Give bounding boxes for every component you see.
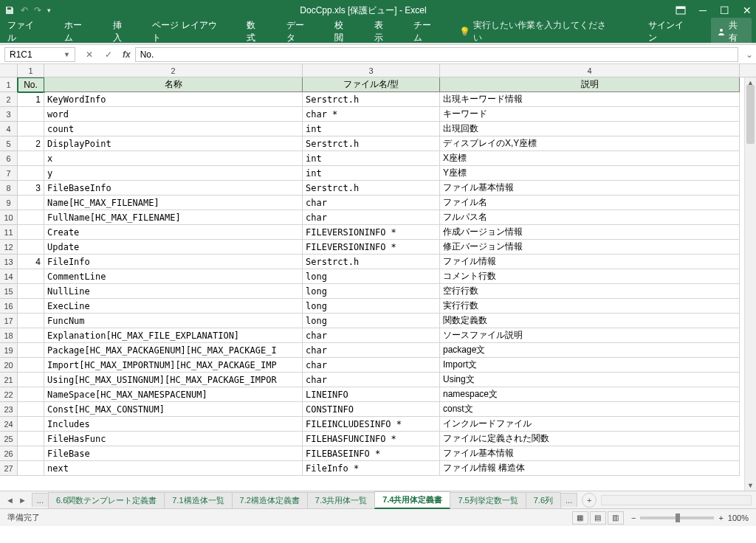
maximize-icon[interactable]: ☐	[720, 4, 729, 16]
chevron-down-icon[interactable]: ▼	[63, 51, 70, 58]
cell-no[interactable]	[18, 225, 44, 240]
row-header[interactable]: 2	[0, 92, 18, 107]
tab-view[interactable]: 表示	[371, 16, 395, 47]
tab-team[interactable]: チーム	[410, 16, 442, 47]
row-header[interactable]: 5	[0, 136, 18, 151]
row-header[interactable]: 8	[0, 181, 18, 196]
cell-desc[interactable]: ファイル情報 構造体	[440, 461, 740, 476]
cell-file[interactable]: FILEVERSIONINFO *	[303, 225, 440, 240]
cell-name[interactable]: NullLine	[44, 284, 303, 299]
row-header[interactable]: 11	[0, 225, 18, 240]
cell-name[interactable]: Update	[44, 240, 303, 255]
cell-desc[interactable]: ファイル基本情報	[440, 181, 740, 196]
cell-no[interactable]	[18, 196, 44, 210]
cell-no[interactable]	[18, 166, 44, 181]
cell-desc[interactable]: Y座標	[440, 166, 740, 181]
cell-header-file[interactable]: ファイル名/型	[303, 77, 440, 92]
cell-name[interactable]: Using[HC_MAX_USINGNUM][HC_MAX_PACKAGE_IM…	[44, 373, 303, 387]
cell-no[interactable]: 4	[18, 255, 44, 269]
row-header[interactable]: 23	[0, 402, 18, 417]
cell-name[interactable]: Const[HC_MAX_CONSTNUM]	[44, 402, 303, 417]
cell-desc[interactable]: ファイル情報	[440, 255, 740, 269]
cell-name[interactable]: FileBase	[44, 446, 303, 461]
cell-file[interactable]: char	[303, 343, 440, 358]
row-header[interactable]: 7	[0, 166, 18, 181]
row-header[interactable]: 6	[0, 151, 18, 166]
share-button[interactable]: 共有	[711, 18, 752, 46]
cell-name[interactable]: Name[HC_MAX_FILENAME]	[44, 196, 303, 210]
cell-name[interactable]: FuncNum	[44, 314, 303, 328]
cell-desc[interactable]: フルパス名	[440, 210, 740, 225]
cell-no[interactable]	[18, 446, 44, 461]
select-all-corner[interactable]	[0, 64, 18, 77]
cell-file[interactable]: Serstrct.h	[303, 92, 440, 107]
tab-review[interactable]: 校閲	[331, 16, 355, 47]
cell-no[interactable]	[18, 358, 44, 373]
sheet-tab-7-2[interactable]: 7.2構造体定義書	[232, 492, 308, 508]
cell-name[interactable]: Includes	[44, 417, 303, 432]
row-header[interactable]: 9	[0, 196, 18, 210]
cell-desc[interactable]: 出現回数	[440, 122, 740, 136]
cell-no[interactable]	[18, 417, 44, 432]
cell-name[interactable]: KeyWordInfo	[44, 92, 303, 107]
sheet-nav-prev-icon[interactable]: ◄	[6, 496, 14, 505]
row-header[interactable]: 24	[0, 417, 18, 432]
sheet-tab-7-6[interactable]: 7.6列	[526, 492, 561, 508]
fx-icon[interactable]: fx	[118, 49, 135, 60]
cell-file[interactable]: long	[303, 299, 440, 314]
row-header[interactable]: 18	[0, 328, 18, 343]
cancel-formula-icon[interactable]: ✕	[80, 49, 99, 60]
cell-no[interactable]	[18, 122, 44, 136]
sheet-tab-active[interactable]: 7.4共用体定義書	[374, 491, 450, 509]
signin-link[interactable]: サインイン	[645, 16, 695, 47]
col-header-2[interactable]: 2	[44, 64, 303, 77]
cell-desc[interactable]: 実行行数	[440, 299, 740, 314]
cell-file[interactable]: long	[303, 314, 440, 328]
row-header[interactable]: 10	[0, 210, 18, 225]
zoom-slider[interactable]	[640, 516, 714, 519]
cell-file[interactable]: FILEINCLUDESINFO *	[303, 417, 440, 432]
cell-desc[interactable]: Import文	[440, 358, 740, 373]
cell-desc[interactable]: インクルードファイル	[440, 417, 740, 432]
cell-file[interactable]: Serstrct.h	[303, 181, 440, 196]
cell-name[interactable]: Explanation[HC_MAX_FILE_EXPLANATION]	[44, 328, 303, 343]
cell-file[interactable]: char	[303, 328, 440, 343]
tab-pagelayout[interactable]: ページ レイアウト	[149, 16, 227, 47]
cell-file[interactable]: long	[303, 269, 440, 284]
cell-name[interactable]: ExecLine	[44, 299, 303, 314]
row-header[interactable]: 27	[0, 461, 18, 476]
redo-icon[interactable]: ↷	[34, 5, 41, 15]
cell-name[interactable]: y	[44, 166, 303, 181]
zoom-level[interactable]: 100%	[728, 513, 749, 522]
cell-name[interactable]: FileHasFunc	[44, 432, 303, 446]
cell-file[interactable]: int	[303, 151, 440, 166]
row-header[interactable]: 3	[0, 107, 18, 122]
vertical-scrollbar[interactable]: ▲ ▼	[744, 77, 756, 491]
cell-name[interactable]: DisplayPoint	[44, 136, 303, 151]
cell-no[interactable]	[18, 314, 44, 328]
view-pagebreak-icon[interactable]: ▥	[608, 511, 624, 525]
cell-no[interactable]: 3	[18, 181, 44, 196]
cell-no[interactable]	[18, 107, 44, 122]
cell-file[interactable]: char	[303, 210, 440, 225]
accept-formula-icon[interactable]: ✓	[99, 49, 118, 60]
sheet-tab-6-6[interactable]: 6.6関数テンプレート定義書	[48, 492, 165, 508]
cell-file[interactable]: char *	[303, 107, 440, 122]
cell-file[interactable]: Serstrct.h	[303, 255, 440, 269]
expand-formula-icon[interactable]: ⌄	[743, 49, 756, 60]
view-pagelayout-icon[interactable]: ▤	[590, 511, 606, 525]
cell-no[interactable]	[18, 387, 44, 402]
cell-desc[interactable]: 出現キーワード情報	[440, 92, 740, 107]
tab-home[interactable]: ホーム	[61, 16, 93, 47]
scroll-thumb[interactable]	[746, 85, 755, 144]
row-header[interactable]: 17	[0, 314, 18, 328]
col-header-3[interactable]: 3	[303, 64, 440, 77]
cell-desc[interactable]: Using文	[440, 373, 740, 387]
add-sheet-button[interactable]: +	[582, 493, 597, 508]
cell-file[interactable]: CONSTINFO	[303, 402, 440, 417]
tab-data[interactable]: データ	[284, 16, 315, 47]
cell-name[interactable]: word	[44, 107, 303, 122]
cell-file[interactable]: char	[303, 196, 440, 210]
sheet-nav-next-icon[interactable]: ►	[18, 496, 27, 505]
cell-desc[interactable]: コメント行数	[440, 269, 740, 284]
